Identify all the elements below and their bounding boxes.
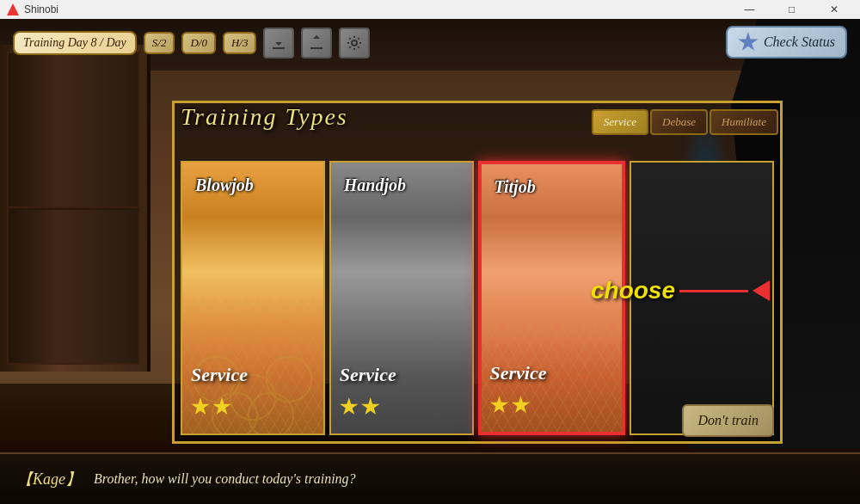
speaker-name: 【Kage】 [17,469,81,489]
category-tabs: Service Debase Humiliate [592,109,778,135]
titlebar: Shinobi — □ ✕ [0,0,860,19]
star-1 [340,397,359,416]
svg-point-10 [352,40,357,46]
svg-point-15 [249,393,294,433]
training-types-header: Training Types [181,103,348,131]
star-1 [191,397,210,416]
arrow-line [679,290,748,292]
check-status-label: Check Status [764,34,835,50]
toolbar: Training Day 8 / Day S/2 D/0 H/3 [13,28,370,58]
upload-button[interactable] [301,28,332,58]
card-titjob-stars [490,396,531,415]
choose-indicator: choose [591,277,770,304]
check-status-button[interactable]: Check Status [726,26,847,58]
star-icon [738,32,759,52]
stat-h-badge: H/3 [223,32,257,54]
star-2 [361,397,380,416]
star-2 [212,397,231,416]
tab-humiliate[interactable]: Humiliate [710,109,778,135]
titlebar-left: Shinobi [7,3,58,15]
download-button[interactable] [263,28,294,58]
card-titjob-title: Titjob [482,177,623,197]
card-blowjob-stars [191,397,231,416]
card-blowjob-title: Blowjob [182,175,323,195]
game-area: Training Day 8 / Day S/2 D/0 H/3 Check S… [0,19,860,504]
titlebar-controls: — □ ✕ [730,0,853,19]
card-handjob-title: Handjob [331,175,472,195]
dialog-text: Brother, how will you conduct today's tr… [94,471,356,487]
left-sliding-door [0,45,150,372]
maximize-button[interactable]: □ [772,0,811,19]
stat-s-badge: S/2 [144,32,175,54]
hex-pattern-1 [182,163,323,433]
training-day-badge: Training Day 8 / Day [13,31,137,55]
card-handjob-stars [340,397,380,416]
card-handjob[interactable]: Handjob Service [329,161,474,435]
choose-label: choose [591,277,675,304]
dont-train-button[interactable]: Don't train [682,404,774,437]
tab-debase[interactable]: Debase [650,109,708,135]
minimize-button[interactable]: — [730,0,769,19]
close-button[interactable]: ✕ [814,0,853,19]
settings-button[interactable] [339,28,370,58]
dialog-bar: 【Kage】 Brother, how will you conduct tod… [0,452,860,504]
card-handjob-service: Service [331,364,472,386]
tab-service[interactable]: Service [592,109,648,135]
star-2 [512,396,531,415]
card-blowjob[interactable]: Blowjob Service [181,161,325,435]
titlebar-title: Shinobi [24,3,58,15]
arrow-head [752,280,770,301]
stat-d-badge: D/0 [181,32,216,54]
star-1 [490,396,509,415]
card-bg-2 [331,163,472,433]
card-blowjob-service: Service [182,364,323,386]
card-titjob-service: Service [482,362,623,384]
titlebar-icon [7,3,19,15]
